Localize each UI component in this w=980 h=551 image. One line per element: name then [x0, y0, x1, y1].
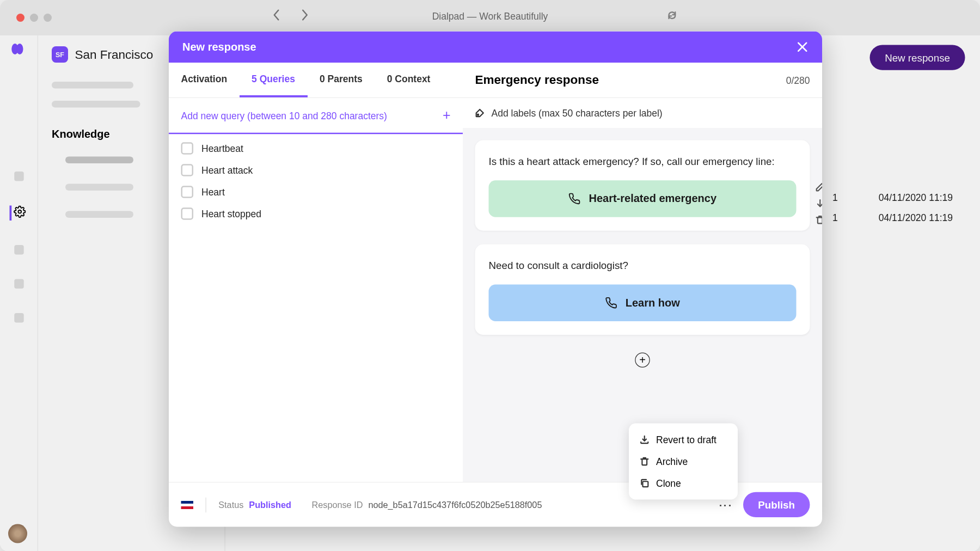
query-item[interactable]: Heart stopped	[181, 207, 451, 220]
rail-item[interactable]	[14, 279, 24, 289]
card-tools	[816, 182, 823, 228]
response-id-value: node_b5a17d15c437f6fc0520b25e5188f005	[368, 500, 542, 510]
add-card-icon[interactable]: +	[635, 353, 650, 368]
card-text: Need to consult a cardiologist?	[489, 258, 797, 272]
query-item[interactable]: Heartbeat	[181, 142, 451, 155]
edit-icon[interactable]	[816, 182, 823, 195]
rail-item[interactable]	[14, 313, 24, 323]
avatar[interactable]	[8, 524, 27, 543]
copy-icon	[640, 479, 650, 488]
table-row: 1 04/11/2020 11:19	[832, 192, 953, 203]
trash-icon[interactable]	[816, 215, 823, 228]
query-list: Heartbeat Heart attack Heart Heart stopp…	[169, 134, 463, 228]
tab-queries[interactable]: 5 Queries	[240, 63, 308, 97]
card-action-button[interactable]: Heart-related emergency	[489, 180, 797, 217]
sidebar-skeleton	[65, 211, 133, 218]
checkbox[interactable]	[181, 142, 194, 155]
download-icon	[640, 435, 650, 445]
close-icon[interactable]	[797, 41, 809, 53]
checkbox	[181, 207, 194, 220]
card-action-button[interactable]: Learn how	[489, 285, 797, 322]
tag-icon	[475, 108, 485, 118]
reload-icon[interactable]	[667, 10, 677, 23]
maximize-window-icon[interactable]	[44, 14, 52, 22]
revert-to-draft-item[interactable]: Revert to draft	[629, 429, 738, 451]
plus-icon[interactable]: +	[443, 108, 451, 124]
nav-forward-icon[interactable]	[301, 9, 309, 24]
minimize-window-icon[interactable]	[30, 14, 38, 22]
svg-rect-5	[642, 481, 648, 487]
new-response-button[interactable]: New response	[870, 45, 965, 70]
response-title: Emergency response	[475, 73, 599, 87]
tab-context[interactable]: 0 Context	[375, 63, 443, 97]
rail-item-settings[interactable]	[10, 206, 26, 221]
close-window-icon[interactable]	[16, 14, 24, 22]
traffic-lights	[16, 14, 52, 22]
app-window: Dialpad — Work Beautifully SF San Franci…	[0, 0, 980, 551]
org-badge: SF	[52, 46, 68, 63]
rail-item[interactable]	[14, 245, 24, 255]
status-value: Published	[249, 500, 291, 510]
query-placeholder: Add new query (between 10 and 280 charac…	[181, 110, 387, 121]
publish-button[interactable]: Publish	[743, 492, 810, 517]
table-row: 1 04/11/2020 11:19	[832, 212, 953, 223]
tab-parents[interactable]: 0 Parents	[307, 63, 375, 97]
trash-icon	[640, 457, 650, 467]
new-response-modal: New response Activation 5 Queries 0 Pare…	[169, 32, 822, 527]
nav-back-icon[interactable]	[272, 9, 280, 24]
clone-item[interactable]: Clone	[629, 473, 738, 494]
dialpad-logo-icon[interactable]	[11, 44, 27, 54]
more-options-icon[interactable]: ⋮	[717, 499, 733, 511]
rail-item[interactable]	[14, 172, 24, 181]
svg-point-0	[18, 210, 21, 213]
sidebar-skeleton	[65, 157, 133, 164]
checkbox[interactable]	[181, 164, 194, 176]
nav-rail	[0, 35, 38, 551]
sidebar-skeleton	[65, 184, 133, 191]
status-label: Status	[218, 500, 243, 510]
sidebar-skeleton	[52, 82, 133, 89]
response-card[interactable]: Is this a heart attack emergency? If so,…	[475, 140, 810, 231]
svg-point-3	[477, 114, 479, 115]
query-item[interactable]: Heart	[181, 186, 451, 198]
modal-title: New response	[182, 41, 256, 53]
context-menu: Revert to draft Archive Clone	[629, 424, 738, 500]
char-count: 0/280	[786, 75, 810, 85]
org-name: San Francisco	[75, 47, 154, 62]
query-input[interactable]: Add new query (between 10 and 280 charac…	[169, 98, 463, 134]
sidebar-skeleton	[52, 101, 140, 108]
archive-item[interactable]: Archive	[629, 451, 738, 473]
phone-icon	[568, 193, 581, 205]
tab-activation[interactable]: Activation	[169, 63, 240, 97]
phone-icon	[605, 297, 617, 309]
labels-input[interactable]: Add labels (max 50 characters per label)	[463, 98, 822, 128]
page-title: Dialpad — Work Beautifully	[432, 11, 548, 22]
checkbox[interactable]	[181, 186, 194, 198]
response-card[interactable]: Need to consult a cardiologist? Learn ho…	[475, 244, 810, 335]
response-id-label: Response ID	[311, 500, 363, 510]
arrow-down-icon[interactable]	[816, 199, 823, 211]
query-item[interactable]: Heart attack	[181, 164, 451, 176]
card-text: Is this a heart attack emergency? If so,…	[489, 154, 797, 168]
uk-flag-icon[interactable]	[181, 500, 194, 509]
window-titlebar: Dialpad — Work Beautifully	[0, 0, 980, 33]
